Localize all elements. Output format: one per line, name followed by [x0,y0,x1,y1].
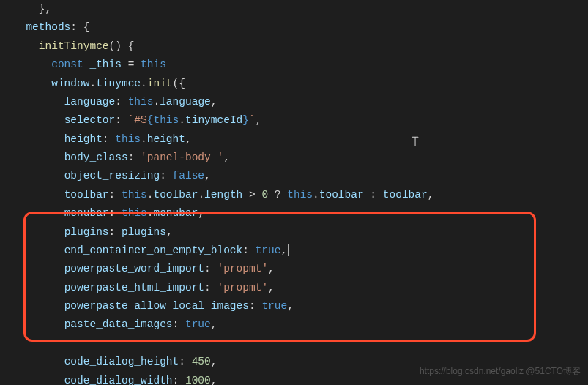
code-line: end_container_on_empty_block: true, [13,242,588,260]
code-line: selector: `#${this.tinymceId}`, [13,111,588,130]
watermark-text: https://blog.csdn.net/gaoliz @51CTO博客 [420,364,581,379]
code-line: }, [13,0,588,18]
code-line: menubar: this.menubar, [13,204,588,223]
code-line: window.tinymce.init({ [13,75,588,93]
code-line: methods: { [13,18,588,37]
code-line: plugins: plugins, [13,223,588,242]
ibeam-cursor-icon: 𝙸 [410,129,420,154]
code-editor[interactable]: }, methods: { initTinymce() { const _thi… [0,0,588,385]
code-line: paste_data_images: true, [13,315,588,334]
code-line: powerpaste_word_import: 'propmt', [13,260,588,278]
code-line: height: this.height, [13,130,588,149]
code-line: const _this = this [13,56,588,74]
code-line: powerpaste_html_import: 'propmt', [13,279,588,297]
text-cursor-icon [288,244,289,256]
code-line [13,334,588,353]
code-line: powerpaste_allow_local_images: true, [13,297,588,315]
code-line: toolbar: this.toolbar.length > 0 ? this.… [13,186,588,204]
code-line: language: this.language, [13,93,588,111]
code-line: initTinymce() { [13,37,588,56]
horizontal-rule [0,266,588,266]
code-line: object_resizing: false, [13,167,588,185]
code-line: body_class: 'panel-body ', [13,149,588,167]
